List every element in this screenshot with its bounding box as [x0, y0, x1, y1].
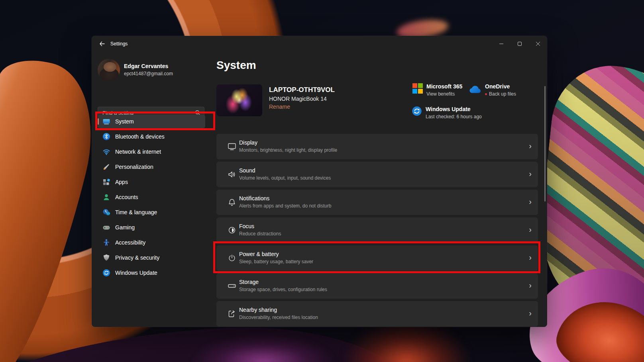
minimize-button[interactable] [492, 36, 510, 52]
chevron-right-icon: › [529, 225, 532, 234]
onedrive-promo[interactable]: OneDrive Back up files [469, 83, 516, 97]
row-notifications[interactable]: Notifications Alerts from apps and syste… [216, 190, 538, 215]
sidebar-item-system[interactable]: System [98, 115, 205, 128]
close-button[interactable] [529, 36, 547, 52]
row-sound[interactable]: Sound Volume levels, output, input, soun… [216, 162, 538, 187]
back-button[interactable] [95, 38, 109, 50]
onedrive-cloud-icon [469, 85, 481, 97]
time-language-icon [102, 208, 110, 216]
sidebar: Edgar Cervantes epct41487@gmail.com [92, 52, 211, 327]
device-thumbnail [216, 84, 262, 116]
row-subtitle: Reduce distractions [239, 231, 281, 237]
selected-accent-pill [98, 118, 99, 125]
row-focus[interactable]: Focus Reduce distractions › [216, 217, 538, 243]
page-title: System [216, 59, 256, 72]
promo-subtitle: Last checked: 6 hours ago [426, 114, 482, 119]
row-power-battery[interactable]: Power & battery Sleep, battery usage, ba… [216, 245, 538, 271]
windows-update-promo[interactable]: Windows Update Last checked: 6 hours ago [412, 106, 482, 119]
minimize-icon [499, 42, 503, 46]
notifications-icon [227, 198, 237, 207]
microsoft-365-promo[interactable]: Microsoft 365 View benefits [412, 83, 462, 97]
sidebar-item-personalization[interactable]: Personalization [98, 160, 205, 174]
promo-title: OneDrive [485, 83, 516, 90]
sidebar-item-accounts[interactable]: Accounts [98, 190, 205, 204]
row-title: Notifications [239, 195, 269, 202]
sidebar-item-label: Accessibility [115, 239, 145, 246]
sidebar-item-label: Privacy & security [115, 254, 159, 261]
sidebar-item-network-internet[interactable]: Network & internet [98, 145, 205, 158]
gaming-icon [102, 223, 110, 231]
chevron-right-icon: › [529, 141, 532, 151]
sound-icon [227, 170, 237, 179]
windows-update-icon [102, 269, 110, 277]
sidebar-item-label: Network & internet [115, 149, 161, 155]
sidebar-item-label: Gaming [115, 224, 135, 231]
apps-icon [102, 178, 110, 186]
row-subtitle: Discoverability, received files location [239, 315, 318, 320]
row-title: Display [239, 139, 257, 146]
main-pane: System LAPTOP-OTHT9VOL HONOR MagicBook 1… [216, 52, 538, 327]
display-icon [227, 142, 237, 151]
row-title: Sound [239, 167, 255, 174]
row-subtitle: Sleep, battery usage, battery saver [239, 259, 313, 264]
accounts-icon [102, 193, 110, 201]
sidebar-item-apps[interactable]: Apps [98, 175, 205, 189]
window-title: Settings [110, 36, 128, 52]
row-subtitle: Storage space, drives, configuration rul… [239, 287, 327, 292]
promo-title: Microsoft 365 [426, 83, 462, 90]
promo-subtitle: View benefits [426, 91, 455, 97]
row-subtitle: Volume levels, output, input, sound devi… [239, 175, 331, 181]
row-title: Focus [239, 223, 254, 229]
settings-rows: Display Monitors, brightness, night ligh… [216, 134, 538, 327]
row-title: Storage [239, 279, 259, 285]
nearby-sharing-icon [227, 309, 237, 319]
sidebar-item-label: Time & language [115, 209, 157, 215]
attention-dot [485, 93, 487, 95]
bluetooth-icon [102, 133, 110, 141]
avatar [98, 59, 120, 81]
chevron-right-icon: › [529, 169, 532, 178]
row-title: Power & battery [239, 251, 279, 257]
promo-title: Windows Update [426, 106, 482, 113]
row-storage[interactable]: Storage Storage space, drives, configura… [216, 273, 538, 299]
storage-icon [227, 281, 237, 291]
sidebar-item-privacy-security[interactable]: Privacy & security [98, 251, 205, 264]
sidebar-item-label: Personalization [115, 164, 153, 170]
settings-window: Settings Edgar Cervantes epct41487@gma [92, 36, 547, 327]
chevron-right-icon: › [529, 281, 532, 290]
maximize-icon [518, 42, 522, 46]
sidebar-item-label: Apps [115, 179, 128, 185]
back-arrow-icon [99, 41, 105, 47]
window-controls [492, 36, 547, 52]
sidebar-nav: System Bluetooth & devices [98, 115, 205, 281]
privacy-security-icon [102, 254, 110, 262]
rename-link[interactable]: Rename [269, 104, 290, 110]
promo-subtitle: Back up files [489, 91, 516, 97]
close-icon [536, 42, 540, 46]
profile-email: epct41487@gmail.com [124, 71, 173, 76]
sidebar-item-gaming[interactable]: Gaming [98, 221, 205, 234]
row-title: Nearby sharing [239, 307, 277, 313]
sidebar-item-label: Accounts [115, 194, 138, 200]
chevron-right-icon: › [529, 253, 532, 262]
system-icon [102, 117, 110, 125]
focus-icon [227, 225, 237, 235]
windows-update-status-icon [412, 106, 422, 119]
microsoft-logo-icon [412, 83, 423, 97]
network-icon [102, 148, 110, 156]
maximize-button[interactable] [510, 36, 529, 52]
device-name: LAPTOP-OTHT9VOL [269, 86, 335, 94]
accessibility-icon [102, 239, 110, 247]
sidebar-item-windows-update[interactable]: Windows Update [98, 266, 205, 280]
scrollbar[interactable] [544, 86, 546, 202]
titlebar: Settings [92, 36, 547, 52]
row-nearby-sharing[interactable]: Nearby sharing Discoverability, received… [216, 301, 538, 327]
sidebar-item-bluetooth-devices[interactable]: Bluetooth & devices [98, 130, 205, 143]
power-icon [227, 253, 237, 263]
sidebar-item-accessibility[interactable]: Accessibility [98, 236, 205, 249]
sidebar-item-time-language[interactable]: Time & language [98, 205, 205, 219]
chevron-right-icon: › [529, 309, 532, 318]
chevron-right-icon: › [529, 197, 532, 206]
profile-name: Edgar Cervantes [124, 63, 168, 69]
row-display[interactable]: Display Monitors, brightness, night ligh… [216, 134, 538, 159]
